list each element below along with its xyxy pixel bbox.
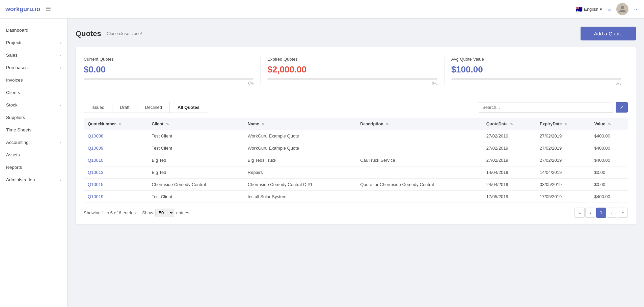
quotes-table-wrap: QuoteNumber ⇅ Client ⇅ Name ⇅ Descriptio… [84,118,628,203]
tab-draft[interactable]: Draft [112,102,137,113]
sort-icon: ⇅ [262,122,264,126]
sidebar-label-invoices: Invoices [6,78,23,83]
pagination-first[interactable]: « [574,208,585,218]
name-cell: WorkGuru Example Quote [244,142,356,154]
sidebar-label-timesheets: Time Sheets [6,127,31,132]
expiry-date-cell: 03/05/2019 [536,179,590,191]
expired-quotes-pct: 0% [267,81,437,85]
current-quotes-bar [84,78,253,80]
chevron-right-icon: › [60,41,61,45]
sidebar-label-assets: Assets [6,152,20,157]
name-cell: WorkGuru Example Quote [244,130,356,142]
description-cell: Car/Truck Service [356,154,482,166]
sidebar-item-administration[interactable]: Administration › [0,174,67,186]
list-icon[interactable]: ≡ [608,6,611,13]
sidebar-item-timesheets[interactable]: Time Sheets [0,124,67,136]
search-button[interactable]: ✓ [616,102,628,113]
entries-select[interactable]: 50 10 25 100 [155,209,174,217]
avatar[interactable] [616,3,628,15]
page-title: Quotes [76,29,101,38]
description-cell [356,130,482,142]
chevron-down-icon: ▾ [600,7,602,12]
pagination-page-1[interactable]: 1 [596,208,606,218]
sidebar-item-sales[interactable]: Sales › [0,49,67,61]
expiry-date-cell: 14/04/2019 [536,166,590,179]
quote-date-cell: 27/02/2019 [482,142,536,154]
chevron-right-icon: › [60,103,61,107]
expired-quotes-label: Expired Quotes [267,57,437,62]
current-quotes-label: Current Quotes [84,57,253,62]
name-cell: Chermside Comedy Central Q #1 [244,179,356,191]
expiry-date-cell: 17/05/2019 [536,191,590,203]
add-quote-button[interactable]: Add a Quote [581,27,636,40]
expiry-date-cell: 27/02/2019 [536,142,590,154]
logo[interactable]: workguru.io [5,6,40,13]
sidebar: Dashboard Projects › Sales › Purchases ›… [0,19,68,307]
sidebar-item-invoices[interactable]: Invoices [0,74,67,86]
sort-icon: ⇅ [608,122,611,126]
search-area: ✓ [213,102,628,113]
client-cell: Big Ted [147,154,243,166]
sort-icon: ⇅ [510,122,513,126]
col-expiry-date: ExpiryDate ⇅ [536,118,590,130]
page-header: Quotes Close close close! Add a Quote [76,27,636,40]
value-cell: $0.00 [590,179,628,191]
tab-all-quotes[interactable]: All Quotes [170,102,207,113]
tab-issued[interactable]: Issued [84,102,112,113]
avg-quote-value: $100.00 [451,64,621,75]
expired-quotes-value: $2,000.00 [267,64,437,75]
sidebar-item-dashboard[interactable]: Dashboard [0,24,67,36]
page-header-left: Quotes Close close close! [76,29,142,38]
page-subtitle: Close close close! [107,31,142,36]
sidebar-item-assets[interactable]: Assets [0,149,67,161]
quote-date-cell: 17/05/2019 [482,191,536,203]
quote-number-cell[interactable]: Q10013 [84,166,147,179]
current-quotes-pct: 0% [84,81,253,85]
table-footer: Showing 1 to 6 of 6 entries Show 50 10 2… [84,208,628,218]
pagination-last[interactable]: » [618,208,628,218]
hamburger-icon[interactable]: ☰ [46,5,51,13]
show-label: Show [142,210,153,215]
sidebar-item-reports[interactable]: Reports [0,161,67,174]
quote-number-cell[interactable]: Q10019 [84,191,147,203]
sidebar-item-purchases[interactable]: Purchases › [0,61,67,74]
table-header-row: QuoteNumber ⇅ Client ⇅ Name ⇅ Descriptio… [84,118,628,130]
description-cell: Quote for Chermside Comedy Central [356,179,482,191]
sidebar-item-suppliers[interactable]: Suppliers [0,111,67,124]
sort-icon: ⇅ [118,122,121,126]
tab-declined[interactable]: Declined [137,102,170,113]
client-cell: Chermside Comedy Central [147,179,243,191]
pagination-prev[interactable]: ‹ [585,208,595,218]
quotes-card: Current Quotes $0.00 0% Expired Quotes $… [76,47,636,224]
sort-icon: ⇅ [564,122,567,126]
quote-number-cell[interactable]: Q10015 [84,179,147,191]
language-selector[interactable]: 🇦🇺 English ▾ [576,6,602,12]
sidebar-item-clients[interactable]: Clients [0,86,67,99]
sidebar-label-suppliers: Suppliers [6,115,25,120]
sidebar-item-stock[interactable]: Stock › [0,99,67,111]
more-options-icon[interactable]: ··· [634,5,639,13]
pagination-next[interactable]: › [607,208,617,218]
description-cell [356,191,482,203]
sidebar-item-accounting[interactable]: Accounting › [0,136,67,149]
col-client: Client ⇅ [147,118,243,130]
table-row: Q10019 Test Client Install Solar System … [84,191,628,203]
tabs-row: Issued Draft Declined All Quotes ✓ [84,102,628,113]
quote-number-cell[interactable]: Q10010 [84,154,147,166]
quote-date-cell: 27/02/2019 [482,154,536,166]
name-cell: Repairs [244,166,356,179]
expired-quotes-bar [267,78,437,80]
quote-number-cell[interactable]: Q10009 [84,142,147,154]
flag-icon: 🇦🇺 [576,6,583,12]
col-quote-date: QuoteDate ⇅ [482,118,536,130]
show-entries: Showing 1 to 6 of 6 entries Show 50 10 2… [84,209,189,217]
col-description: Description ⇅ [356,118,482,130]
sidebar-item-projects[interactable]: Projects › [0,36,67,49]
quotes-table: QuoteNumber ⇅ Client ⇅ Name ⇅ Descriptio… [84,118,628,203]
search-input[interactable] [478,102,613,113]
value-cell: $400.00 [590,142,628,154]
expired-quotes-stat: Expired Quotes $2,000.00 0% [261,57,444,85]
pagination: « ‹ 1 › » [574,208,628,218]
quote-number-cell[interactable]: Q10008 [84,130,147,142]
table-row: Q10008 Test Client WorkGuru Example Quot… [84,130,628,142]
